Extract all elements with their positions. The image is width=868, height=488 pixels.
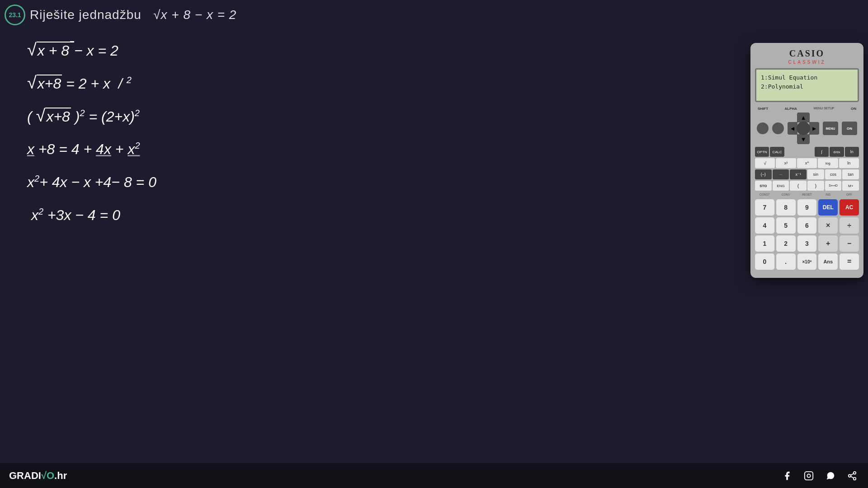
neg-button[interactable]: (–) xyxy=(755,169,772,179)
menu-setup-label: MENU SETUP xyxy=(814,107,835,111)
lparen-button[interactable]: ( xyxy=(790,181,807,191)
sin-button[interactable]: sin xyxy=(807,169,824,179)
brand-domain: .hr xyxy=(54,470,67,482)
brand-name: GRADI xyxy=(9,470,41,482)
svg-rect-0 xyxy=(805,471,813,479)
problem-title-text: Riješite jednadžbu xyxy=(30,8,142,22)
shift-label: SHIFT xyxy=(758,107,768,111)
on-button[interactable]: ON xyxy=(842,122,857,135)
tan-button[interactable]: tan xyxy=(842,169,859,179)
nav-center-button[interactable] xyxy=(797,122,810,135)
main-background: 23.1 Riješite jednadžbu √x + 8 − x = 2 √… xyxy=(0,0,868,488)
whatsapp-icon[interactable] xyxy=(824,469,837,483)
nav-left-button[interactable]: ◄ xyxy=(788,122,797,135)
calc-button[interactable]: CALC xyxy=(770,147,784,157)
power-button[interactable]: x^ xyxy=(797,158,817,168)
ln2-button[interactable]: ln xyxy=(839,158,859,168)
btn-5[interactable]: 5 xyxy=(776,217,796,234)
btn-plus[interactable]: + xyxy=(818,235,838,252)
instagram-icon[interactable] xyxy=(802,469,816,483)
math-step-3: ( √x+8 )2 = (2+x)2 xyxy=(27,107,156,127)
dx-button[interactable]: d/dx xyxy=(830,147,844,157)
label-off: OFF xyxy=(840,193,859,197)
calculator-screen: 1:Simul Equation 2:Polynomial xyxy=(755,68,859,102)
btn-exp[interactable]: ×10ˣ xyxy=(797,253,817,270)
math-content-area: √x + 8 − x = 2 √x+8 = 2 + x / 2 ( √x+8 )… xyxy=(27,41,156,238)
hyp-button[interactable]: ··· xyxy=(773,169,789,179)
svg-line-6 xyxy=(851,473,854,475)
label-const: CONST xyxy=(755,193,774,197)
btn-8[interactable]: 8 xyxy=(776,199,796,216)
math-step-4: x +8 = 4 + 4x + x2 xyxy=(27,139,156,160)
btn-del[interactable]: DEL xyxy=(818,199,838,216)
calc-model: CLASSWIZ xyxy=(755,60,859,65)
rparen-button[interactable]: ) xyxy=(807,181,824,191)
nav-right-button[interactable]: ► xyxy=(809,122,819,135)
optn-button[interactable]: OPTN xyxy=(755,147,769,157)
btn-dot[interactable]: . xyxy=(776,253,796,270)
screen-line-2: 2:Polynomial xyxy=(761,82,853,91)
on-label: ON xyxy=(851,107,856,111)
menu-setup-button[interactable]: MENU xyxy=(823,122,838,135)
btn-6[interactable]: 6 xyxy=(797,217,817,234)
btn-4[interactable]: 4 xyxy=(755,217,774,234)
xinv-button[interactable]: x⁻¹ xyxy=(790,169,807,179)
btn-ans[interactable]: Ans xyxy=(818,253,838,270)
nav-up-button[interactable]: ▲ xyxy=(797,113,810,122)
math-step-2: √x+8 = 2 + x / 2 xyxy=(27,74,156,94)
brand-logo: GRADI √O .hr xyxy=(9,470,67,482)
btn-2[interactable]: 2 xyxy=(776,235,796,252)
facebook-icon[interactable] xyxy=(780,469,794,483)
problem-number-badge: 23.1 xyxy=(5,5,25,25)
mplus-button[interactable]: M+ xyxy=(842,181,859,191)
btn-equals[interactable]: = xyxy=(840,253,859,270)
nav-cluster: ▲ ▼ ◄ ► xyxy=(788,113,819,144)
social-icons-container xyxy=(780,469,859,483)
sd-button[interactable]: S⟺D xyxy=(825,181,842,191)
svg-point-3 xyxy=(849,474,851,477)
share-icon[interactable] xyxy=(845,469,859,483)
btn-9[interactable]: 9 xyxy=(797,199,817,216)
problem-title: Riješite jednadžbu √x + 8 − x = 2 xyxy=(30,8,236,22)
btn-1[interactable]: 1 xyxy=(755,235,774,252)
calculator: CASIO CLASSWIZ 1:Simul Equation 2:Polyno… xyxy=(750,43,863,278)
problem-number: 23.1 xyxy=(9,11,21,19)
btn-7[interactable]: 7 xyxy=(755,199,774,216)
btn-divide[interactable]: ÷ xyxy=(840,217,859,234)
label-conv: CONV xyxy=(776,193,796,197)
x2-button[interactable]: x² xyxy=(776,158,796,168)
btn-minus[interactable]: − xyxy=(840,235,859,252)
number-row-labels: CONST CONV RESET INS OFF xyxy=(755,193,859,197)
bottom-bar: GRADI √O .hr xyxy=(0,463,868,488)
svg-point-4 xyxy=(854,477,856,480)
math-step-6: x2 +3x − 4 = 0 xyxy=(27,205,156,225)
label-reset: RESET xyxy=(797,193,817,197)
cos-button[interactable]: cos xyxy=(825,169,842,179)
problem-equation: √x + 8 − x = 2 xyxy=(153,8,236,22)
btn-0[interactable]: 0 xyxy=(755,253,774,270)
nav-down-button[interactable]: ▼ xyxy=(797,134,810,144)
screen-line-1: 1:Simul Equation xyxy=(761,73,853,82)
svg-line-5 xyxy=(851,476,854,478)
integral-button[interactable]: ∫ xyxy=(815,147,829,157)
svg-point-2 xyxy=(854,471,856,474)
math-step-5: x2+ 4x − x +4− 8 = 0 xyxy=(27,172,156,192)
btn-multiply[interactable]: × xyxy=(818,217,838,234)
sqrt-button[interactable]: √ xyxy=(755,158,775,168)
eng-button[interactable]: ENG xyxy=(773,181,789,191)
btn-3[interactable]: 3 xyxy=(797,235,817,252)
log-button[interactable]: log xyxy=(818,158,838,168)
sto-button[interactable]: STO xyxy=(755,181,772,191)
alpha-label: ALPHA xyxy=(785,107,797,111)
brand-sqrt: √O xyxy=(41,470,54,482)
ln-button[interactable]: ln xyxy=(845,147,859,157)
math-step-1: √x + 8 − x = 2 xyxy=(27,41,156,61)
label-ins: INS xyxy=(818,193,838,197)
btn-ac[interactable]: AC xyxy=(840,199,859,216)
alpha-button[interactable] xyxy=(772,122,784,134)
problem-header: 23.1 Riješite jednadžbu √x + 8 − x = 2 xyxy=(5,5,236,25)
calc-brand: CASIO xyxy=(755,48,859,59)
shift-button[interactable] xyxy=(757,122,769,134)
